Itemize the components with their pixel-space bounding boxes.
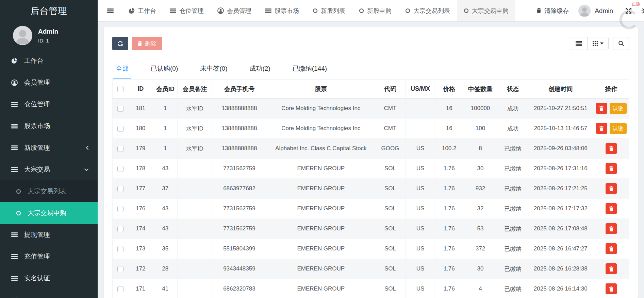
delete-row-button[interactable] <box>606 143 617 154</box>
sidebar-item[interactable]: 仓位管理 <box>0 93 98 115</box>
refresh-button[interactable] <box>112 37 128 50</box>
row-checkbox[interactable] <box>117 166 123 172</box>
actions-cell <box>593 179 629 199</box>
sidebar-item[interactable]: 会员管理 <box>0 72 98 93</box>
market-cell: US <box>405 279 435 298</box>
topnav-item[interactable]: 大宗交易列表 <box>398 0 457 21</box>
delete-row-button[interactable] <box>606 263 617 274</box>
sidebar-item-label: 工作台 <box>24 56 44 65</box>
member-id-cell: 1 <box>153 139 178 159</box>
actions-cell: 认缴 <box>593 119 629 139</box>
code-cell: CMT <box>375 99 406 119</box>
navbar-right: 清除缓存 Admin <box>536 5 644 17</box>
settings-gear-icon[interactable] <box>641 7 644 14</box>
clear-cache-button[interactable]: 清除缓存 <box>536 7 569 15</box>
sidebar-item[interactable]: 新股管理 <box>0 137 98 159</box>
search-button[interactable] <box>613 37 629 50</box>
hamburger-menu-icon[interactable] <box>107 8 114 14</box>
confirm-payment-button[interactable]: 认缴 <box>610 123 627 134</box>
actions-cell <box>593 199 629 219</box>
topnav-item[interactable]: 会员管理 <box>211 0 258 21</box>
id-cell: 173 <box>128 239 153 259</box>
topnav-item[interactable]: 新股申购 <box>352 0 398 21</box>
circle-icon <box>405 8 410 13</box>
sidebar-item[interactable]: 大宗交易 <box>0 159 98 180</box>
delete-row-button[interactable] <box>606 163 617 174</box>
price-cell: 1.76 <box>435 259 463 279</box>
main-area: 工作台仓位管理会员管理股票市场新股列表新股申购大宗交易列表大宗交易申购 清除缓存… <box>98 0 644 298</box>
row-checkbox[interactable] <box>117 266 123 272</box>
topnav-items: 工作台仓位管理会员管理股票市场新股列表新股申购大宗交易列表大宗交易申购 <box>122 0 515 21</box>
sidebar-item[interactable]: 实名认证 <box>0 267 98 289</box>
sidebar-subitem[interactable]: 大宗交易申购 <box>0 202 98 224</box>
delete-row-button[interactable] <box>606 283 617 294</box>
topnav-item-label: 仓位管理 <box>179 7 204 15</box>
market-cell: US <box>405 179 435 199</box>
status-cell: 已缴纳 <box>498 199 528 219</box>
stock-cell: EMEREN GROUP <box>267 159 375 179</box>
delete-row-button[interactable] <box>606 223 617 234</box>
price-cell: 1.76 <box>435 279 463 298</box>
remark-cell <box>178 219 212 239</box>
status-cell: 已缴纳 <box>498 259 528 279</box>
sidebar-subitem[interactable]: 大宗交易列表 <box>0 180 98 202</box>
delete-row-button[interactable] <box>596 103 607 114</box>
row-checkbox[interactable] <box>117 246 123 252</box>
filter-tab[interactable]: 全部 <box>113 59 131 79</box>
row-checkbox[interactable] <box>117 286 123 292</box>
sidebar-item-label: 充值管理 <box>24 252 50 261</box>
delete-row-button[interactable] <box>606 203 617 214</box>
topnav-item[interactable]: 工作台 <box>122 0 163 21</box>
navbar-avatar[interactable] <box>578 5 591 17</box>
created-cell: 2025-08-26 16:28:38 <box>528 259 593 279</box>
sidebar-item[interactable]: 工作台 <box>0 50 98 72</box>
sidebar-item[interactable]: 股票市场 <box>0 115 98 137</box>
confirm-payment-button[interactable]: 认缴 <box>610 103 627 114</box>
topnav-item-label: 大宗交易申购 <box>472 7 509 15</box>
top-navbar: 工作台仓位管理会员管理股票市场新股列表新股申购大宗交易列表大宗交易申购 清除缓存… <box>98 0 644 21</box>
row-checkbox[interactable] <box>117 206 123 212</box>
row-checkbox[interactable] <box>117 186 123 192</box>
created-cell: 2025-08-26 17:17:32 <box>528 199 593 219</box>
price-cell: 1.76 <box>435 159 463 179</box>
delete-row-button[interactable] <box>606 183 617 194</box>
sidebar-item[interactable]: 充值管理 <box>0 246 98 267</box>
bulk-delete-button[interactable]: 删除 <box>132 37 162 50</box>
list-view-button[interactable] <box>570 37 587 50</box>
navbar-username[interactable]: Admin <box>595 7 613 15</box>
id-cell: 180 <box>128 119 153 139</box>
row-checkbox[interactable] <box>117 226 123 232</box>
sidebar-item[interactable] <box>0 289 98 298</box>
sidebar-item[interactable]: 提现管理 <box>0 224 98 246</box>
market-cell: US <box>405 199 435 219</box>
qty-cell: 100000 <box>463 99 498 119</box>
stock-cell: EMEREN GROUP <box>267 279 375 298</box>
topnav-item[interactable]: 大宗交易申购 <box>457 0 515 21</box>
filter-tab[interactable]: 已缴纳(144) <box>290 59 330 79</box>
market-cell: US <box>405 259 435 279</box>
grid-view-button[interactable] <box>587 37 608 50</box>
filter-tab[interactable]: 未中签(0) <box>197 59 230 79</box>
qty-cell: 4 <box>463 279 498 298</box>
select-all-checkbox[interactable] <box>117 86 123 92</box>
topnav-item[interactable]: 仓位管理 <box>163 0 211 21</box>
row-checkbox[interactable] <box>117 126 123 132</box>
delete-row-button[interactable] <box>596 123 607 134</box>
stock-cell: EMEREN GROUP <box>267 259 375 279</box>
phone-cell: 6862320783 <box>212 279 267 298</box>
filter-tab[interactable]: 已认购(0) <box>148 59 181 79</box>
code-cell: SOL <box>375 159 406 179</box>
topnav-item[interactable]: 股票市场 <box>258 0 306 21</box>
market-cell: US <box>405 139 435 159</box>
topnav-item[interactable]: 新股列表 <box>306 0 352 21</box>
actions-cell <box>593 139 629 159</box>
row-checkbox[interactable] <box>117 146 123 152</box>
delete-row-button[interactable] <box>606 243 617 254</box>
filter-tab[interactable]: 成功(2) <box>247 59 273 79</box>
price-cell: 16 <box>435 99 463 119</box>
fullscreen-icon[interactable] <box>625 7 632 14</box>
row-checkbox[interactable] <box>117 106 123 112</box>
id-cell: 177 <box>128 179 153 199</box>
remark-cell <box>178 159 212 179</box>
qty-cell: 53 <box>463 219 498 239</box>
